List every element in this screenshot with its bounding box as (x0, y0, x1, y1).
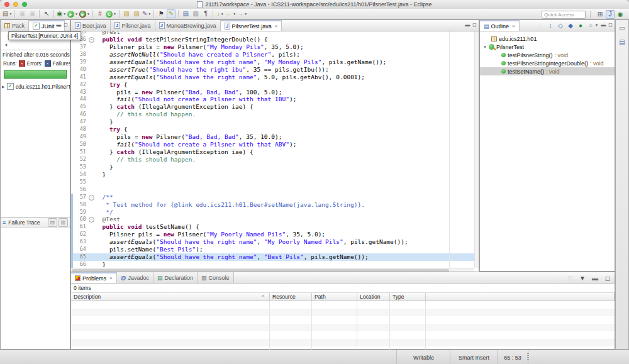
hide-fields-icon[interactable]: ◇ (556, 21, 565, 30)
debug-icon[interactable]: ◉▼ (57, 9, 66, 18)
open-type-icon[interactable]: ⚑ (157, 9, 165, 18)
code-line[interactable]: 62 Pilsner pils = new Pilsner("My Poorly… (71, 231, 479, 238)
view-menu-icon[interactable]: ▼ (594, 23, 598, 27)
code-line[interactable]: 43 pils = new Pilsner("Bad, Bad, Bad", 1… (71, 89, 479, 96)
external-tools-icon-dropdown[interactable]: ▼ (148, 12, 151, 16)
code-line[interactable]: 49 pils = new Pilsner("Bad, Bad, Bad", 3… (71, 133, 479, 141)
status-drag-handle[interactable] (527, 353, 529, 361)
editor-tab-pilsnertest-java[interactable]: JPilsnerTest.java× (221, 20, 282, 31)
table-row[interactable] (71, 324, 615, 331)
table-row[interactable] (71, 331, 615, 339)
code-line[interactable]: 52 // this should happen. (71, 156, 479, 163)
minimize-icon[interactable]: ▬ (601, 22, 606, 28)
run-icon[interactable]: ▶▼ (67, 9, 78, 18)
code-line[interactable]: 47 } (71, 118, 479, 126)
open-resource-icon[interactable]: ▨ (132, 9, 141, 18)
editor-tab-pilsner-java[interactable]: JPilsner.java (111, 20, 155, 31)
outline-item-testpilsnerstringintegerdouble[interactable]: testPilsnerStringIntegerDouble() : void (480, 59, 615, 67)
code-line[interactable]: 61 public void testSetName() { (71, 223, 479, 231)
outline-item-eduics211h01[interactable]: edu.ics211.h01 (480, 35, 615, 43)
tab-package-explorer[interactable]: Pack (1, 20, 29, 31)
code-area[interactable]: 35 @Test36 public void testPilsnerString… (71, 31, 479, 273)
run-icon-dropdown[interactable]: ▼ (75, 12, 78, 16)
title-bar[interactable]: 211f17workspace - Java - ICS211-workspac… (0, 0, 629, 9)
code-line[interactable]: 45 } catch (IllegalArgumentException iae… (71, 103, 479, 111)
junit-test-tree-item[interactable]: ▶ ✓ edu.ics211.h01.PilsnerTest [ (2, 83, 70, 90)
show-source-icon[interactable]: ▥ (191, 9, 200, 18)
quick-access-input[interactable]: Quick Access (542, 11, 586, 19)
maximize-icon[interactable]: ◻ (603, 274, 612, 283)
mark-occurrences-icon[interactable]: ✎ (167, 9, 175, 18)
filter-stack-traces-icon[interactable]: ▤ (48, 218, 57, 227)
table-row[interactable] (71, 301, 615, 309)
fold-marker-icon[interactable] (88, 194, 95, 201)
close-tab-button[interactable]: × (275, 23, 278, 29)
maximize-icon[interactable]: ◻ (608, 22, 613, 28)
select-element-icon[interactable]: ↖ (42, 9, 51, 18)
code-line[interactable]: 59 */ (71, 209, 479, 216)
new-class-icon-dropdown[interactable]: ▼ (113, 12, 116, 16)
table-row[interactable] (71, 309, 615, 316)
code-line[interactable]: 51 } catch (IllegalArgumentException iae… (71, 148, 479, 156)
outline-item-pilsnertest[interactable]: ▼PilsnerTest (480, 43, 615, 51)
close-window-button[interactable] (4, 2, 9, 7)
tab-console[interactable]: ▥Console (198, 272, 234, 283)
new-wizard-icon[interactable]: ▤▼ (3, 9, 12, 18)
last-edit-location-icon-dropdown[interactable]: ▼ (221, 12, 224, 16)
external-tools-icon[interactable]: ✎▼ (142, 9, 151, 18)
save-icon[interactable]: ▣ (18, 9, 26, 18)
code-line[interactable]: 44 fail("Should not create a Pilsner wit… (71, 96, 479, 103)
table-row[interactable] (71, 316, 615, 324)
filter-icon[interactable]: ▽ (565, 274, 574, 283)
hide-local-types-icon[interactable]: ○ (586, 21, 595, 30)
show-whitespace-icon[interactable]: ¶ (201, 9, 210, 18)
coverage-icon[interactable]: ▶▼ (79, 9, 90, 18)
back-icon-dropdown[interactable]: ▼ (233, 12, 236, 16)
task-list-view-icon[interactable]: ▤ (618, 38, 626, 47)
code-line[interactable]: 38 assertNotNull("Should have created a … (71, 51, 479, 58)
compare-result-icon[interactable]: ▥ (58, 218, 68, 227)
last-edit-location-icon[interactable]: ↓▼ (216, 9, 225, 18)
code-line[interactable]: 41 assertEquals("Should have the right n… (71, 74, 479, 81)
outline-item-testsetname[interactable]: testSetName() : void (480, 67, 615, 75)
editor-tab-manoabrewing-java[interactable]: JManoaBrewing.java (155, 20, 221, 31)
column-header-description[interactable]: Description^ (71, 293, 270, 301)
code-line[interactable]: 48 try { (71, 126, 479, 133)
close-outline-view-button[interactable]: × (512, 23, 515, 29)
hide-nonpublic-icon[interactable]: ● (576, 21, 585, 30)
junit-view-menu-icon[interactable]: ▼ (4, 43, 8, 47)
code-line[interactable]: 46 // this should happen. (71, 111, 479, 118)
code-line[interactable]: 64 pils.setName("Best Pils"); (71, 246, 479, 253)
tab-problems[interactable]: Problems× (71, 272, 117, 283)
code-line[interactable]: 35 @Test (71, 31, 479, 36)
editor-tab-beer-java[interactable]: JBeer.java (71, 20, 111, 31)
zoom-window-button[interactable] (22, 2, 27, 7)
tab-declaration[interactable]: ▤Declaration (153, 272, 198, 283)
new-java-project-icon[interactable]: # (96, 9, 104, 18)
sort-icon[interactable]: ↕ (546, 21, 555, 30)
column-header-location[interactable]: Location (357, 293, 390, 301)
code-line[interactable]: 55 (71, 179, 479, 186)
column-header-path[interactable]: Path (312, 293, 357, 301)
java-perspective-icon[interactable]: J (606, 10, 615, 19)
fold-marker-icon[interactable] (88, 36, 95, 43)
code-line[interactable]: 42 try { (71, 81, 479, 89)
vertical-scrollbar[interactable] (474, 31, 479, 268)
expander-icon[interactable]: ▶ (2, 84, 5, 89)
code-line[interactable]: 57 /** (71, 194, 479, 201)
code-line[interactable]: 56 (71, 186, 479, 194)
open-task-icon[interactable]: ▨ (122, 9, 131, 18)
close-tab-button[interactable]: × (109, 275, 113, 281)
code-line[interactable]: 54 } (71, 171, 479, 179)
forward-icon-dropdown[interactable]: ▼ (244, 12, 247, 16)
code-line[interactable]: 65 assertEquals("Should have the right n… (71, 253, 479, 261)
debug-icon-dropdown[interactable]: ▼ (63, 12, 66, 16)
maximize-icon[interactable]: ◻ (472, 22, 477, 28)
code-line[interactable]: 36 public void testPilsnerStringIntegerD… (71, 36, 479, 43)
code-line[interactable]: 40 assertTrue("Should have the right ibu… (71, 66, 479, 74)
new-wizard-icon-dropdown[interactable]: ▼ (9, 12, 12, 16)
maximize-icon[interactable]: ◻ (64, 22, 68, 28)
code-line[interactable]: 50 fail("Should not create a Pilsner wit… (71, 141, 479, 148)
restore-view-icon[interactable]: ▭ (618, 24, 626, 33)
minimize-icon[interactable]: ▬ (56, 22, 61, 28)
